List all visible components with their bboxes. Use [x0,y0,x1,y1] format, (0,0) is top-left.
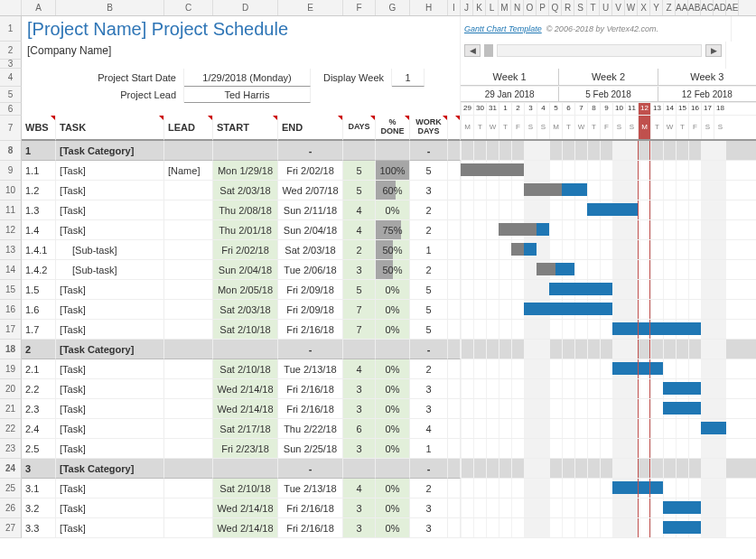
task-cell[interactable]: [Task] [56,200,164,220]
end-cell[interactable]: Sun 2/11/18 [278,200,343,220]
task-cell[interactable]: [Sub-task] [56,240,164,260]
gantt-bar-done[interactable] [537,263,555,275]
wkd-cell[interactable]: 4 [410,419,448,439]
row-header-17[interactable]: 17 [0,320,22,340]
start-cell[interactable]: Wed 2/14/18 [213,498,278,518]
display-week-value[interactable]: 1 [392,69,425,87]
end-cell[interactable]: Fri 2/02/18 [278,161,343,181]
start-cell[interactable]: Wed 2/14/18 [213,399,278,419]
scroll-track[interactable] [497,44,702,57]
start-cell[interactable]: Sat 2/10/18 [213,359,278,379]
lead-cell[interactable] [164,518,213,538]
task-cell[interactable]: [Task] [56,498,164,518]
lead-cell[interactable] [164,300,213,320]
gantt-bar[interactable] [612,322,701,335]
th-wkd[interactable]: WORK DAYS [410,116,448,141]
col-header-E[interactable]: E [278,0,343,15]
days-cell[interactable]: 4 [343,359,376,379]
col-header-X[interactable]: X [638,0,650,15]
wkd-cell[interactable]: 2 [410,260,448,280]
col-header-J[interactable]: J [461,0,473,15]
gantt-bar[interactable] [612,362,663,375]
start-cell[interactable]: Fri 2/23/18 [213,439,278,459]
row-header-11[interactable]: 11 [0,200,22,220]
pct-cell[interactable]: 0% [376,300,410,320]
th-pct[interactable]: % DONE [376,116,410,141]
lead-cell[interactable] [164,200,213,220]
gantt-bar[interactable] [663,501,701,514]
wbs-cell[interactable]: 1.7 [22,320,56,340]
task-cell[interactable]: [Task] [56,161,164,181]
row-header-27[interactable]: 27 [0,518,22,538]
wkd-cell[interactable]: 2 [410,359,448,379]
start-cell[interactable]: Thu 2/08/18 [213,200,278,220]
task-cell[interactable]: [Sub-task] [56,260,164,280]
wbs-cell[interactable]: 1.4.2 [22,260,56,280]
th-wbs[interactable]: WBS [22,116,56,141]
end-cell[interactable]: Fri 2/16/18 [278,498,343,518]
row-header-2[interactable]: 2 [0,42,22,60]
wbs-cell[interactable]: 2.3 [22,399,56,419]
wkd-cell[interactable]: 3 [410,181,448,200]
gantt-bar[interactable] [663,382,701,395]
lead-cell[interactable] [164,419,213,439]
gantt-bar-done[interactable] [461,163,524,176]
end-cell[interactable]: Tue 2/13/18 [278,479,343,498]
days-cell[interactable]: 7 [343,300,376,320]
lead-cell[interactable] [164,439,213,459]
task-cell[interactable]: [Task] [56,220,164,240]
wkd-cell[interactable]: 5 [410,280,448,300]
col-header-W[interactable]: W [625,0,638,15]
end-cell[interactable]: Tue 2/13/18 [278,359,343,379]
row-header-25[interactable]: 25 [0,479,22,498]
row-header-12[interactable]: 12 [0,220,22,240]
gantt-bar-done[interactable] [524,183,562,196]
start-cell[interactable]: Sun 2/04/18 [213,260,278,280]
wbs-cell[interactable]: 1.3 [22,200,56,220]
task-cell[interactable]: [Task] [56,518,164,538]
days-cell[interactable]: 3 [343,439,376,459]
th-days[interactable]: DAYS [343,116,376,141]
wbs-cell[interactable]: 3.3 [22,518,56,538]
col-header-N[interactable]: N [511,0,524,15]
lead-cell[interactable] [164,340,213,359]
wbs-cell[interactable]: 3.2 [22,498,56,518]
row-header-20[interactable]: 20 [0,379,22,399]
col-header-L[interactable]: L [486,0,499,15]
col-header-AB[interactable]: AB [688,0,701,15]
credit-link[interactable]: Gantt Chart Template [464,24,542,33]
days-cell[interactable]: 3 [343,498,376,518]
task-cell[interactable]: [Task] [56,280,164,300]
pct-cell[interactable]: 0% [376,280,410,300]
th-start[interactable]: START [213,116,278,141]
start-cell[interactable]: Wed 2/14/18 [213,518,278,538]
pct-cell[interactable]: 0% [376,399,410,419]
lead-cell[interactable] [164,181,213,200]
scroll-left-button[interactable]: ◀ [464,44,481,57]
col-header-AA[interactable]: AA [676,0,688,15]
start-cell[interactable]: Mon 1/29/18 [213,161,278,181]
days-cell[interactable]: 3 [343,379,376,399]
col-header-U[interactable]: U [600,0,612,15]
wbs-cell[interactable]: 3 [22,459,56,479]
days-cell[interactable]: 3 [343,399,376,419]
scroll-right-button[interactable]: ▶ [705,44,722,57]
gantt-bar[interactable] [524,303,612,315]
lead-cell[interactable] [164,240,213,260]
lead-cell[interactable]: [Name] [164,161,213,181]
wbs-cell[interactable]: 3.1 [22,479,56,498]
days-cell[interactable]: 4 [343,220,376,240]
start-cell[interactable]: Sat 2/17/18 [213,419,278,439]
wkd-cell[interactable]: 2 [410,200,448,220]
task-cell[interactable]: [Task Category] [56,340,164,359]
col-header-K[interactable]: K [473,0,486,15]
lead-cell[interactable] [164,459,213,479]
pct-cell[interactable]: 0% [376,379,410,399]
row-header-19[interactable]: 19 [0,359,22,379]
row-header-7[interactable]: 7 [0,116,22,141]
lead-cell[interactable] [164,479,213,498]
col-header-M[interactable]: M [499,0,511,15]
col-header-B[interactable]: B [56,0,164,15]
wbs-cell[interactable]: 1.6 [22,300,56,320]
col-header-I[interactable]: I [448,0,461,15]
